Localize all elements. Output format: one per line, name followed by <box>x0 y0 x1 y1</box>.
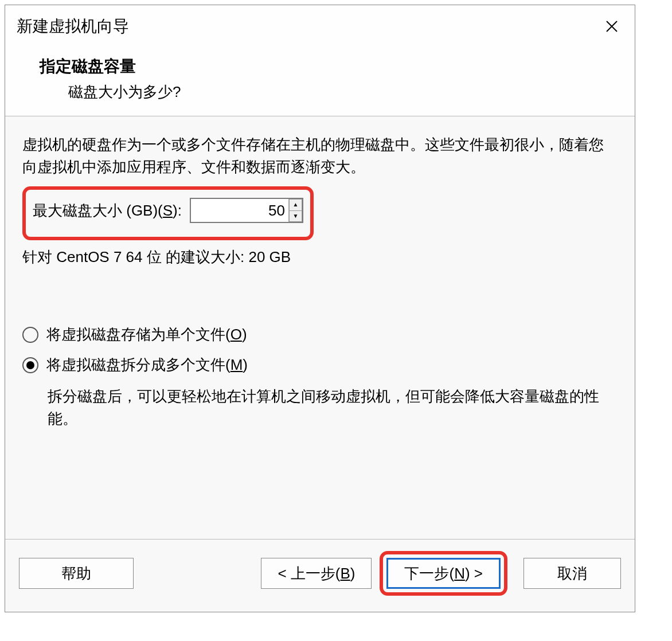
radio-split-files-label: 将虚拟磁盘拆分成多个文件(M) <box>46 355 248 375</box>
wizard-footer: 帮助 < 上一步(B) 下一步(N) > 取消 <box>5 539 635 612</box>
disk-size-highlight: 最大磁盘大小 (GB)(S): ▲ ▼ <box>22 186 314 240</box>
wizard-content: 虚拟机的硬盘作为一个或多个文件存储在主机的物理磁盘中。这些文件最初很小，随着您向… <box>5 116 635 539</box>
cancel-button[interactable]: 取消 <box>523 558 621 589</box>
suggested-size-text: 针对 CentOS 7 64 位 的建议大小: 20 GB <box>22 247 618 267</box>
page-subtitle: 磁盘大小为多少? <box>68 82 623 102</box>
disk-description: 虚拟机的硬盘作为一个或多个文件存储在主机的物理磁盘中。这些文件最初很小，随着您向… <box>22 134 618 178</box>
radio-single-file-label: 将虚拟磁盘存储为单个文件(O) <box>46 325 247 345</box>
radio-single-file[interactable]: 将虚拟磁盘存储为单个文件(O) <box>22 325 618 345</box>
next-button-highlight: 下一步(N) > <box>380 551 507 596</box>
titlebar: 新建虚拟机向导 <box>5 5 635 45</box>
close-icon[interactable] <box>600 15 623 38</box>
spinner-up-icon[interactable]: ▲ <box>289 199 302 210</box>
spinner-buttons: ▲ ▼ <box>288 199 302 222</box>
radio-checked-icon <box>22 357 38 373</box>
disk-size-label: 最大磁盘大小 (GB)(S): <box>33 201 182 221</box>
radio-split-files[interactable]: 将虚拟磁盘拆分成多个文件(M) <box>22 355 618 375</box>
wizard-header: 指定磁盘容量 磁盘大小为多少? <box>5 45 635 116</box>
radio-split-hint: 拆分磁盘后，可以更轻松地在计算机之间移动虚拟机，但可能会降低大容量磁盘的性能。 <box>48 385 610 430</box>
dialog-title: 新建虚拟机向导 <box>17 15 129 37</box>
disk-size-input[interactable] <box>191 199 288 222</box>
disk-size-spinner[interactable]: ▲ ▼ <box>190 198 303 223</box>
spinner-down-icon[interactable]: ▼ <box>289 210 302 222</box>
new-vm-wizard-dialog: 新建虚拟机向导 指定磁盘容量 磁盘大小为多少? 虚拟机的硬盘作为一个或多个文件存… <box>5 5 635 612</box>
help-button[interactable]: 帮助 <box>19 558 134 589</box>
radio-unchecked-icon <box>22 327 38 343</box>
disk-split-radio-group: 将虚拟磁盘存储为单个文件(O) 将虚拟磁盘拆分成多个文件(M) 拆分磁盘后，可以… <box>22 325 618 430</box>
next-button[interactable]: 下一步(N) > <box>386 558 501 589</box>
back-button[interactable]: < 上一步(B) <box>261 558 372 589</box>
page-title: 指定磁盘容量 <box>40 56 623 77</box>
